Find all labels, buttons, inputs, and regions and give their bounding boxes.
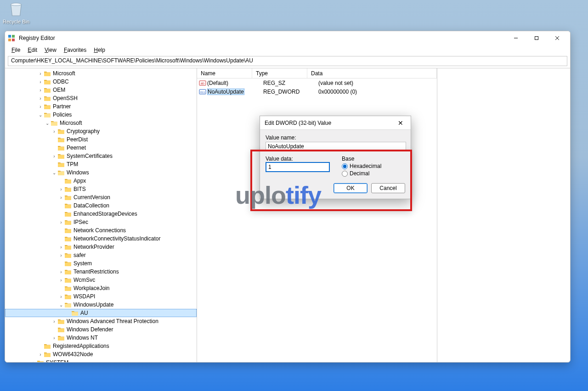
tree-node-defender[interactable]: Windows Defender [5, 325, 197, 334]
tree-node-system_root[interactable]: ›SYSTEM [5, 358, 197, 362]
tree-node-safer[interactable]: ›safer [5, 251, 197, 259]
tree-node-regapps[interactable]: RegisteredApplications [5, 342, 197, 350]
folder-icon [64, 268, 72, 275]
menu-edit[interactable]: Edit [25, 46, 40, 54]
expander-icon[interactable]: › [58, 278, 64, 283]
folder-icon [57, 136, 65, 143]
tree-node-wsdapi[interactable]: ›WSDAPI [5, 292, 197, 301]
tree-node-partner[interactable]: ›Partner [5, 102, 197, 111]
dialog-close-button[interactable]: ✕ [395, 117, 406, 128]
tree-node-winnt[interactable]: ›Windows NT [5, 334, 197, 342]
expander-icon[interactable]: › [37, 352, 44, 357]
ok-button[interactable]: OK [334, 183, 368, 193]
expander-icon[interactable]: ⌄ [58, 302, 64, 307]
value-type: REG_DWORD [260, 89, 315, 95]
tree-node-esd[interactable]: EnhancedStorageDevices [5, 210, 197, 218]
tree-node-oem[interactable]: ›OEM [5, 86, 197, 94]
expander-icon[interactable]: › [30, 360, 37, 363]
tree-node-pol_microsoft[interactable]: ⌄Microsoft [5, 119, 197, 127]
tree-node-label: TenantRestrictions [74, 268, 119, 275]
radio-hex-input[interactable] [342, 163, 348, 169]
tree-node-netconn[interactable]: Network Connections [5, 226, 197, 235]
close-button[interactable] [547, 31, 567, 45]
tree-node-currentversion[interactable]: ›CurrentVersion [5, 193, 197, 201]
tree-node-wow64[interactable]: ›WOW6432Node [5, 350, 197, 358]
tree-node-appx[interactable]: Appx [5, 177, 197, 185]
tree-node-ipsec[interactable]: ›IPSec [5, 218, 197, 226]
tree-node-windows[interactable]: ⌄Windows [5, 168, 197, 177]
expander-icon[interactable]: ⌄ [37, 112, 44, 117]
tree-node-tenant[interactable]: ›TenantRestrictions [5, 268, 197, 276]
tree-node-peerdist[interactable]: PeerDist [5, 135, 197, 144]
maximize-button[interactable] [526, 31, 547, 45]
menu-help[interactable]: Help [91, 46, 108, 54]
expander-icon[interactable]: › [58, 294, 64, 299]
tree-node-system[interactable]: System [5, 259, 197, 268]
tree-node-workplace[interactable]: WorkplaceJoin [5, 284, 197, 292]
tree-node-watp[interactable]: ›Windows Advanced Threat Protection [5, 317, 197, 325]
value-name-field[interactable]: NoAutoUpdate [266, 142, 406, 151]
tree-node-bits[interactable]: ›BITS [5, 185, 197, 193]
list-row[interactable]: 011NoAutoUpdateREG_DWORD0x00000000 (0) [197, 87, 437, 96]
tree-node-netprov[interactable]: ›NetworkProvider [5, 243, 197, 251]
expander-icon[interactable]: › [51, 129, 57, 134]
folder-icon [57, 128, 65, 134]
expander-icon[interactable]: › [37, 71, 44, 76]
list-row[interactable]: ab(Default)REG_SZ(value not set) [197, 78, 437, 87]
col-name[interactable]: Name [197, 68, 252, 78]
expander-icon[interactable]: › [37, 104, 44, 109]
expander-icon[interactable]: › [58, 220, 64, 225]
list-pane[interactable]: Name Type Data ab(Default)REG_SZ(value n… [197, 68, 437, 362]
svg-rect-6 [535, 37, 538, 40]
folder-icon [44, 112, 51, 118]
folder-icon [64, 227, 72, 234]
col-data[interactable]: Data [307, 68, 437, 78]
tree-node-datacollection[interactable]: DataCollection [5, 201, 197, 210]
expander-icon[interactable]: › [58, 253, 64, 258]
expander-icon[interactable]: › [58, 187, 64, 192]
tree-node-openssh[interactable]: ›OpenSSH [5, 94, 197, 102]
tree-node-microsoft[interactable]: ›Microsoft [5, 69, 197, 78]
tree-node-policies[interactable]: ⌄Policies [5, 111, 197, 119]
expander-icon[interactable]: › [58, 245, 64, 250]
menu-favorites[interactable]: Favorites [61, 46, 89, 54]
menubar: File Edit View Favorites Help [5, 45, 570, 55]
radio-hexadecimal[interactable]: Hexadecimal [342, 163, 381, 169]
folder-icon [57, 335, 65, 341]
address-bar[interactable]: Computer\HKEY_LOCAL_MACHINE\SOFTWARE\Pol… [8, 56, 567, 66]
tree-node-ncsi[interactable]: NetworkConnectivityStatusIndicator [5, 235, 197, 243]
expander-icon[interactable]: › [51, 319, 57, 324]
radio-dec-input[interactable] [342, 171, 348, 177]
radio-decimal[interactable]: Decimal [342, 170, 381, 177]
expander-icon[interactable]: › [37, 88, 44, 93]
expander-icon[interactable]: › [58, 269, 64, 274]
expander-icon[interactable]: ⌄ [44, 121, 51, 126]
expander-icon[interactable]: ⌄ [51, 170, 57, 175]
expander-icon[interactable]: › [58, 195, 64, 200]
menu-file[interactable]: File [9, 46, 23, 54]
tree-node-wcmsvc[interactable]: ›WcmSvc [5, 276, 197, 284]
tree-node-windowsupdate[interactable]: ⌄WindowsUpdate [5, 301, 197, 309]
folder-icon [64, 219, 72, 225]
menu-view[interactable]: View [42, 46, 59, 54]
col-type[interactable]: Type [252, 68, 307, 78]
tree-node-tpm[interactable]: TPM [5, 160, 197, 168]
cancel-button[interactable]: Cancel [371, 183, 405, 193]
tree-node-label: Windows Defender [67, 326, 113, 333]
tree-node-systemcertificates[interactable]: ›SystemCertificates [5, 152, 197, 160]
tree-node-au[interactable]: AU [5, 309, 197, 317]
expander-icon[interactable]: › [51, 154, 57, 159]
desktop-recycle-bin[interactable]: Recycle Bin [2, 0, 30, 24]
expander-icon[interactable]: › [37, 79, 44, 84]
tree-node-odbc[interactable]: ›ODBC [5, 78, 197, 86]
minimize-button[interactable] [505, 31, 526, 45]
tree-node-peernet[interactable]: Peernet [5, 144, 197, 152]
expander-icon[interactable]: › [37, 96, 44, 101]
folder-icon [57, 161, 65, 168]
folder-icon [44, 343, 51, 349]
tree-node-cryptography[interactable]: ›Cryptography [5, 127, 197, 135]
expander-icon[interactable]: › [51, 335, 57, 341]
blank-right-pane [437, 68, 570, 362]
tree-pane[interactable]: ›Microsoft›ODBC›OEM›OpenSSH›Partner⌄Poli… [5, 68, 197, 362]
value-data-input[interactable] [266, 162, 330, 172]
